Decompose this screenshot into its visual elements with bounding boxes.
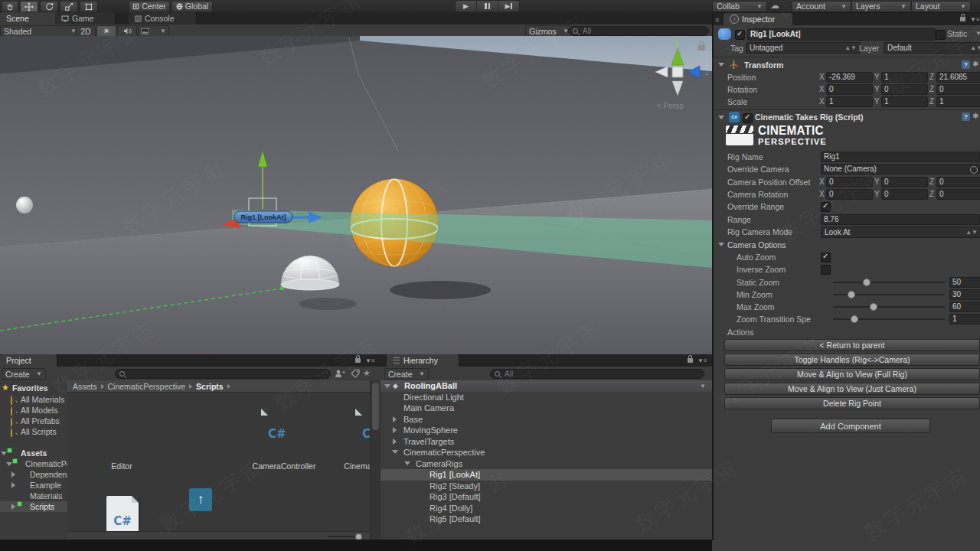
breadcrumb-assets[interactable]: Assets: [73, 382, 97, 391]
scene-search-field[interactable]: [568, 26, 709, 36]
rotation-z-field[interactable]: 0: [936, 84, 980, 95]
active-checkbox[interactable]: [735, 30, 745, 40]
hierarchy-search-input[interactable]: [503, 369, 700, 379]
tree-folder-example[interactable]: Example: [0, 480, 67, 491]
hierarchy-create-dropdown[interactable]: Create▼: [384, 368, 429, 380]
foldout-closed-icon[interactable]: [393, 416, 397, 422]
zoom-transition-value[interactable]: 1: [949, 314, 980, 324]
scrollbar-thumb[interactable]: [372, 383, 379, 430]
favorites-header[interactable]: Favorites: [0, 383, 67, 393]
hierarchy-scene-row[interactable]: ◆ RoolingABall ▼: [381, 380, 712, 392]
gizmo-center-cube[interactable]: [672, 67, 683, 77]
chevron-down-icon[interactable]: ▼: [975, 30, 980, 37]
return-to-parent-button[interactable]: < Return to parent: [724, 339, 980, 351]
foldout-closed-icon[interactable]: [11, 482, 15, 488]
foldout-open-icon[interactable]: [384, 384, 390, 388]
foldout-open-icon[interactable]: [6, 462, 12, 466]
foldout-open-icon[interactable]: [718, 63, 724, 67]
pivot-center-button[interactable]: Center: [129, 1, 170, 12]
position-y-field[interactable]: 1: [881, 72, 928, 83]
label-icon[interactable]: [351, 369, 360, 378]
min-zoom-slider[interactable]: [833, 294, 945, 295]
rotate-tool-button[interactable]: [40, 1, 58, 12]
min-zoom-value[interactable]: 30: [949, 289, 980, 300]
tree-folder-materials[interactable]: Materials: [0, 491, 67, 501]
rect-tool-button[interactable]: [80, 1, 98, 12]
rotation-x-field[interactable]: 0: [826, 84, 873, 95]
rig-camera-mode-dropdown[interactable]: Look At▲▼: [821, 227, 980, 238]
scale-tool-button[interactable]: [60, 1, 78, 12]
hierarchy-item-directional-light[interactable]: Directional Light: [403, 392, 464, 403]
foldout-closed-icon[interactable]: [11, 504, 15, 510]
rotation-y-field[interactable]: 0: [881, 84, 928, 95]
hierarchy-search-field[interactable]: [490, 369, 704, 379]
foldout-open-icon[interactable]: [718, 116, 724, 119]
asset-item-cameracontroller[interactable]: C# CameraController: [246, 403, 322, 472]
tree-assets-root[interactable]: Assets: [0, 448, 67, 458]
asset-item-editor[interactable]: Editor: [83, 403, 160, 472]
toggle-handles-button[interactable]: Toggle Handles (Rig<->Camera): [724, 354, 980, 366]
rig-name-field[interactable]: Rig1: [821, 152, 980, 162]
auto-zoom-checkbox[interactable]: [821, 253, 831, 262]
favorite-all-materials[interactable]: All Materials: [0, 394, 67, 405]
hierarchy-item-rig4[interactable]: Rig4 [Dolly]: [430, 503, 472, 514]
scene-lighting-button[interactable]: ☀: [96, 25, 116, 37]
cloud-button[interactable]: ☁: [766, 0, 784, 11]
toggle-2d-button[interactable]: 2D: [76, 25, 96, 37]
component-enabled-checkbox[interactable]: [743, 113, 753, 123]
zoom-transition-slider[interactable]: [833, 318, 945, 320]
static-zoom-value[interactable]: 50: [949, 277, 980, 288]
persp-label[interactable]: < Persp: [657, 102, 684, 110]
slider-thumb[interactable]: [870, 303, 877, 311]
delete-rig-point-button[interactable]: Delete Rig Point: [724, 397, 980, 409]
favorites-filter-icon[interactable]: [363, 368, 371, 378]
hierarchy-item-rig5[interactable]: Rig5 [Default]: [430, 514, 481, 524]
gear-icon[interactable]: [972, 59, 978, 68]
scene-menu-icon[interactable]: ▼: [700, 383, 706, 390]
scene-viewport[interactable]: Rig1 [LookAt] y z < Persp: [0, 36, 712, 354]
move-align-just-camera-button[interactable]: Move & Align to View (Just Camera): [724, 383, 980, 395]
override-camera-field[interactable]: None (Camera): [821, 164, 980, 174]
foldout-closed-icon[interactable]: [393, 439, 397, 445]
pause-button[interactable]: [476, 0, 498, 12]
gameobject-name-field[interactable]: Rig1 [LookAt]: [747, 28, 936, 41]
panel-menu-icon[interactable]: ▼≡: [970, 16, 980, 23]
scale-x-field[interactable]: 1: [826, 96, 873, 107]
play-button[interactable]: ▶: [455, 0, 477, 12]
foldout-open-icon[interactable]: [718, 243, 724, 246]
static-checkbox[interactable]: [936, 30, 946, 40]
hierarchy-item-rig2[interactable]: Rig2 [Steady]: [430, 481, 480, 491]
cam-rotation-z-field[interactable]: 0: [936, 189, 980, 200]
add-component-button[interactable]: Add Component: [771, 419, 930, 433]
foldout-open-icon[interactable]: [1, 452, 7, 455]
static-zoom-slider[interactable]: [833, 282, 945, 283]
scene-audio-button[interactable]: [117, 25, 137, 37]
scene-search-input[interactable]: [581, 26, 704, 36]
layers-dropdown[interactable]: Layers▼: [851, 1, 911, 12]
layer-dropdown[interactable]: Default▲▼: [884, 42, 980, 54]
cam-rotation-y-field[interactable]: 0: [881, 189, 928, 200]
favorite-all-scripts[interactable]: All Scripts: [0, 426, 67, 437]
inverse-zoom-checkbox[interactable]: [821, 265, 831, 275]
icon-size-slider[interactable]: [328, 536, 363, 537]
tab-inspector[interactable]: i Inspector: [724, 13, 793, 25]
lock-icon[interactable]: [355, 358, 361, 363]
tab-game[interactable]: Game: [55, 12, 116, 24]
tree-folder-scripts[interactable]: Scripts: [0, 501, 67, 512]
object-picker-icon[interactable]: [970, 166, 978, 174]
tab-console[interactable]: Console: [129, 12, 197, 24]
shading-mode-dropdown[interactable]: Shaded▼: [0, 25, 80, 37]
project-create-dropdown[interactable]: Create▼: [2, 368, 46, 380]
favorite-all-models[interactable]: All Models: [0, 405, 67, 416]
asset-item-cinematiccontrol[interactable]: C# CinematicControl...: [340, 403, 370, 472]
project-scrollbar[interactable]: [370, 380, 381, 540]
foldout-closed-icon[interactable]: [11, 471, 15, 478]
override-range-checkbox[interactable]: [821, 202, 831, 212]
panel-menu-icon[interactable]: ▼≡: [365, 357, 375, 364]
hidden-packages-icon[interactable]: [335, 369, 345, 378]
cam-rotation-x-field[interactable]: 0: [826, 189, 873, 200]
tab-hierarchy[interactable]: Hierarchy: [387, 354, 459, 367]
slider-thumb[interactable]: [851, 315, 858, 323]
breadcrumb-scripts[interactable]: Scripts: [196, 382, 224, 391]
hierarchy-item-rig1-selected[interactable]: Rig1 [LookAt]: [381, 469, 712, 481]
